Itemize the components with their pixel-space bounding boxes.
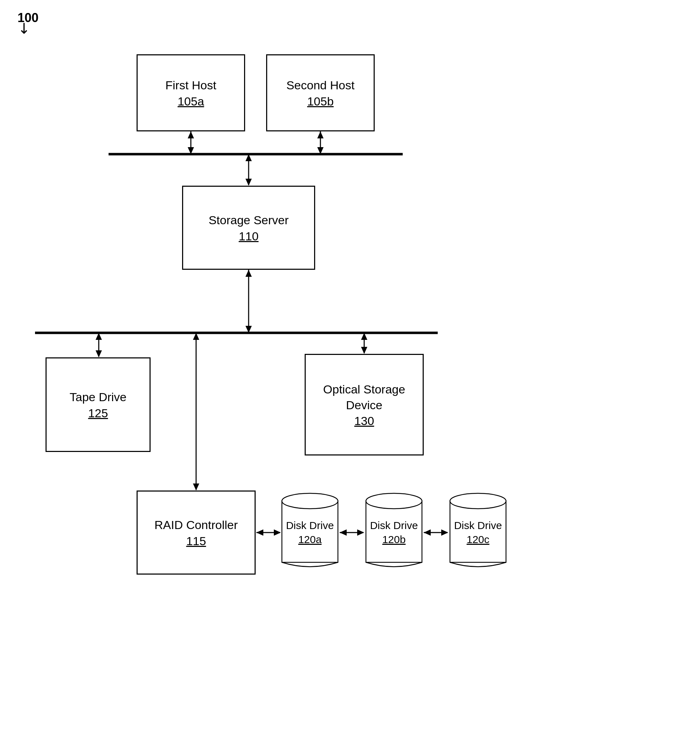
raid-controller-number: 115	[186, 534, 206, 548]
disk-c-label: Disk Drive	[448, 519, 508, 532]
second-host-box: Second Host 105b	[266, 54, 375, 131]
svg-marker-2	[188, 147, 194, 154]
disk-drive-c: Disk Drive 120c	[448, 491, 508, 575]
raid-controller-box: RAID Controller 115	[137, 491, 256, 575]
svg-marker-21	[193, 483, 199, 491]
first-host-box: First Host 105a	[137, 54, 245, 131]
optical-device-number: 130	[354, 414, 374, 428]
disk-b-label: Disk Drive	[364, 519, 424, 532]
svg-marker-31	[424, 529, 431, 536]
svg-marker-13	[246, 270, 252, 277]
storage-server-label: Storage Server	[209, 212, 289, 228]
svg-marker-12	[246, 326, 252, 333]
storage-server-box: Storage Server 110	[182, 186, 315, 270]
second-host-label: Second Host	[287, 77, 355, 93]
svg-marker-16	[96, 333, 102, 340]
svg-marker-8	[246, 179, 252, 186]
diagram: 100 ↘	[0, 0, 700, 734]
svg-marker-15	[96, 350, 102, 357]
first-host-number: 105a	[178, 94, 204, 108]
svg-point-33	[282, 493, 338, 509]
disk-b-number: 120b	[364, 534, 424, 545]
svg-marker-3	[188, 131, 194, 139]
svg-marker-22	[193, 333, 199, 340]
svg-marker-9	[246, 154, 252, 161]
svg-point-37	[450, 493, 506, 509]
svg-marker-28	[340, 529, 347, 536]
svg-marker-18	[361, 347, 367, 354]
svg-marker-25	[256, 529, 263, 536]
disk-a-number: 120a	[280, 534, 340, 545]
svg-marker-6	[317, 131, 324, 139]
svg-marker-24	[274, 529, 281, 536]
disk-c-number: 120c	[448, 534, 508, 545]
storage-server-number: 110	[239, 230, 259, 243]
disk-drive-a: Disk Drive 120a	[280, 491, 340, 575]
optical-device-box: Optical Storage Device 130	[304, 354, 424, 455]
svg-marker-5	[317, 147, 324, 154]
tape-drive-number: 125	[88, 407, 108, 420]
svg-point-35	[366, 493, 422, 509]
svg-marker-30	[441, 529, 448, 536]
optical-device-label: Optical Storage Device	[306, 382, 423, 413]
svg-marker-19	[361, 333, 367, 340]
tape-drive-box: Tape Drive 125	[46, 357, 151, 452]
raid-controller-label: RAID Controller	[154, 517, 238, 532]
disk-drive-b: Disk Drive 120b	[364, 491, 424, 575]
tape-drive-label: Tape Drive	[70, 389, 127, 405]
first-host-label: First Host	[165, 77, 216, 93]
svg-marker-27	[357, 529, 364, 536]
second-host-number: 105b	[307, 94, 334, 108]
disk-a-label: Disk Drive	[280, 519, 340, 532]
